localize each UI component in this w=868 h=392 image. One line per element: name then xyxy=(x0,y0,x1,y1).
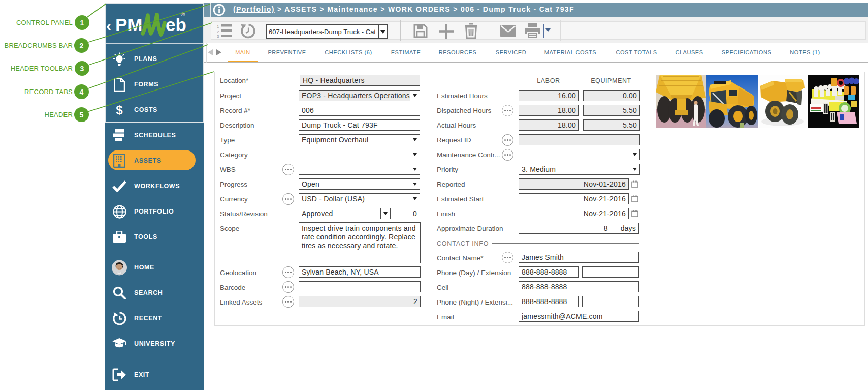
svg-text:2: 2 xyxy=(217,29,219,34)
svg-text:3: 3 xyxy=(217,34,219,38)
svg-text:$: $ xyxy=(116,103,123,117)
svg-text:1: 1 xyxy=(217,24,219,29)
